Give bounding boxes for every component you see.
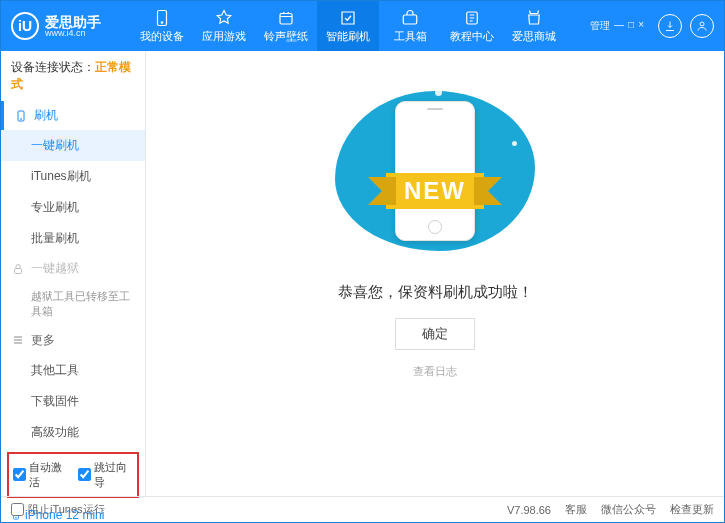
phone-icon [14, 109, 28, 123]
window-manage[interactable]: 管理 [590, 19, 610, 33]
nav-tab-6[interactable]: 爱思商城 [503, 1, 565, 51]
nav-tab-1[interactable]: 应用游戏 [193, 1, 255, 51]
section-flash-label: 刷机 [34, 107, 58, 124]
flash-item-1[interactable]: iTunes刷机 [1, 161, 145, 192]
sidebar: 设备连接状态：正常模式 刷机 一键刷机iTunes刷机专业刷机批量刷机 一键越狱… [1, 51, 146, 496]
nav-label: 铃声壁纸 [264, 29, 308, 44]
skip-guide-label: 跳过向导 [94, 460, 133, 490]
wechat-link[interactable]: 微信公众号 [601, 502, 656, 517]
success-illustration: NEW [325, 81, 545, 261]
nav-icon-2 [277, 9, 295, 27]
section-more[interactable]: 更多 [1, 326, 145, 355]
skip-guide-input[interactable] [78, 468, 91, 481]
window-maximize[interactable]: □ [628, 19, 634, 33]
svg-rect-3 [403, 15, 417, 24]
nav-icon-1 [215, 9, 233, 27]
logo-icon: iU [11, 12, 39, 40]
phone-illustration-icon [395, 101, 475, 241]
nav-label: 应用游戏 [202, 29, 246, 44]
section-flash[interactable]: 刷机 [1, 101, 145, 130]
main-nav: 我的设备应用游戏铃声壁纸智能刷机工具箱教程中心爱思商城 [131, 1, 590, 51]
more-list: 其他工具下载固件高级功能 [1, 355, 145, 448]
auto-activate-input[interactable] [13, 468, 26, 481]
flash-item-2[interactable]: 专业刷机 [1, 192, 145, 223]
nav-tab-0[interactable]: 我的设备 [131, 1, 193, 51]
update-link[interactable]: 检查更新 [670, 502, 714, 517]
user-icon[interactable] [690, 14, 714, 38]
version-label: V7.98.66 [507, 504, 551, 516]
window-minimize[interactable]: — [614, 19, 624, 33]
section-jailbreak[interactable]: 一键越狱 [1, 254, 145, 283]
section-jailbreak-label: 一键越狱 [31, 260, 79, 277]
svg-rect-2 [280, 13, 292, 24]
svg-point-7 [21, 118, 22, 119]
menu-icon [11, 333, 25, 347]
auto-activate-checkbox[interactable]: 自动激活 [13, 460, 68, 490]
connection-status: 设备连接状态：正常模式 [1, 51, 145, 101]
main-content: NEW 恭喜您，保资料刷机成功啦！ 确定 查看日志 [146, 51, 724, 496]
app-logo: iU 爱思助手 www.i4.cn [11, 12, 131, 40]
app-window: iU 爱思助手 www.i4.cn 我的设备应用游戏铃声壁纸智能刷机工具箱教程中… [0, 0, 725, 523]
more-item-0[interactable]: 其他工具 [1, 355, 145, 386]
footer: 阻止iTunes运行 V7.98.66 客服 微信公众号 检查更新 [1, 496, 724, 522]
more-item-1[interactable]: 下载固件 [1, 386, 145, 417]
new-ribbon: NEW [386, 173, 484, 209]
auto-activate-label: 自动激活 [29, 460, 68, 490]
titlebar: iU 爱思助手 www.i4.cn 我的设备应用游戏铃声壁纸智能刷机工具箱教程中… [1, 1, 724, 51]
download-icon[interactable] [658, 14, 682, 38]
nav-tab-4[interactable]: 工具箱 [379, 1, 441, 51]
success-message: 恭喜您，保资料刷机成功啦！ [338, 283, 533, 302]
flash-list: 一键刷机iTunes刷机专业刷机批量刷机 [1, 130, 145, 254]
ok-button[interactable]: 确定 [395, 318, 475, 350]
svg-rect-8 [15, 268, 22, 273]
flash-options: 自动激活 跳过向导 [7, 452, 139, 498]
app-url: www.i4.cn [45, 29, 101, 38]
block-itunes-checkbox[interactable] [11, 503, 24, 516]
svg-point-5 [700, 22, 704, 26]
more-item-2[interactable]: 高级功能 [1, 417, 145, 448]
nav-icon-0 [153, 9, 171, 27]
status-label: 设备连接状态： [11, 60, 95, 74]
nav-label: 工具箱 [394, 29, 427, 44]
lock-icon [11, 262, 25, 276]
support-link[interactable]: 客服 [565, 502, 587, 517]
nav-label: 我的设备 [140, 29, 184, 44]
nav-icon-5 [463, 9, 481, 27]
section-more-label: 更多 [31, 332, 55, 349]
nav-icon-6 [525, 9, 543, 27]
nav-tab-5[interactable]: 教程中心 [441, 1, 503, 51]
nav-icon-4 [401, 9, 419, 27]
skip-guide-checkbox[interactable]: 跳过向导 [78, 460, 133, 490]
titlebar-controls: 管理 — □ × [590, 14, 714, 38]
nav-label: 智能刷机 [326, 29, 370, 44]
app-name: 爱思助手 [45, 15, 101, 29]
window-close[interactable]: × [638, 19, 644, 33]
nav-icon-3 [339, 9, 357, 27]
nav-label: 教程中心 [450, 29, 494, 44]
window-controls: 管理 — □ × [590, 19, 644, 33]
view-log-link[interactable]: 查看日志 [413, 364, 457, 379]
jailbreak-note: 越狱工具已转移至工具箱 [1, 283, 145, 326]
nav-label: 爱思商城 [512, 29, 556, 44]
block-itunes-label: 阻止iTunes运行 [28, 502, 105, 517]
body: 设备连接状态：正常模式 刷机 一键刷机iTunes刷机专业刷机批量刷机 一键越狱… [1, 51, 724, 496]
flash-item-3[interactable]: 批量刷机 [1, 223, 145, 254]
nav-tab-3[interactable]: 智能刷机 [317, 1, 379, 51]
svg-point-1 [161, 21, 163, 23]
flash-item-0[interactable]: 一键刷机 [1, 130, 145, 161]
nav-tab-2[interactable]: 铃声壁纸 [255, 1, 317, 51]
